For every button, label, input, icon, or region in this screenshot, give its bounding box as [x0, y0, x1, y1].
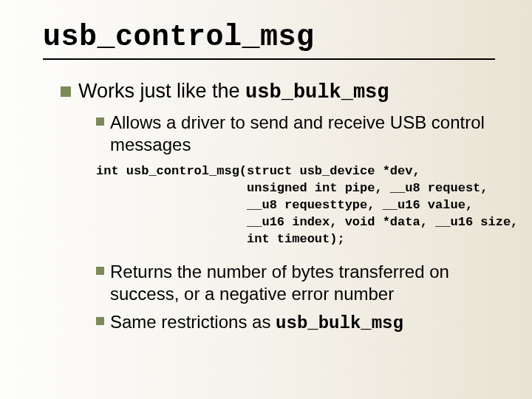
code-line-0: int usb_control_msg(struct usb_device *d… — [96, 164, 420, 178]
square-bullet-icon — [96, 317, 104, 325]
bullet-level2-restrictions: Same restrictions as usb_bulk_msg — [96, 311, 495, 335]
code-line-2: __u8 requesttype, __u16 value, — [96, 198, 473, 212]
code-signature: int usb_control_msg(struct usb_device *d… — [96, 163, 495, 248]
slide: usb_control_msg Works just like the usb_… — [0, 0, 532, 399]
code-line-3: __u16 index, void *data, __u16 size, — [96, 215, 518, 229]
lvl1-text: Works just like the — [78, 80, 245, 102]
lvl1-code: usb_bulk_msg — [245, 81, 389, 103]
lvl2c-text: Same restrictions as — [110, 312, 276, 332]
bullet-level2-returns: Returns the number of bytes transferred … — [96, 261, 495, 305]
slide-title: usb_control_msg — [43, 21, 495, 54]
code-line-4: int timeout); — [96, 232, 345, 246]
title-rule — [43, 58, 495, 60]
lvl2c-code: usb_bulk_msg — [276, 313, 403, 333]
code-line-1: unsigned int pipe, __u8 request, — [96, 181, 488, 195]
square-bullet-icon — [61, 86, 71, 97]
lvl2b-text: Returns the number of bytes transferred … — [110, 261, 495, 305]
square-bullet-icon — [96, 117, 104, 126]
bullet-level2-allows: Allows a driver to send and receive USB … — [96, 112, 495, 156]
lvl2a-text: Allows a driver to send and receive USB … — [110, 112, 495, 156]
bullet-level1: Works just like the usb_bulk_msg — [61, 79, 495, 106]
square-bullet-icon — [96, 267, 104, 275]
